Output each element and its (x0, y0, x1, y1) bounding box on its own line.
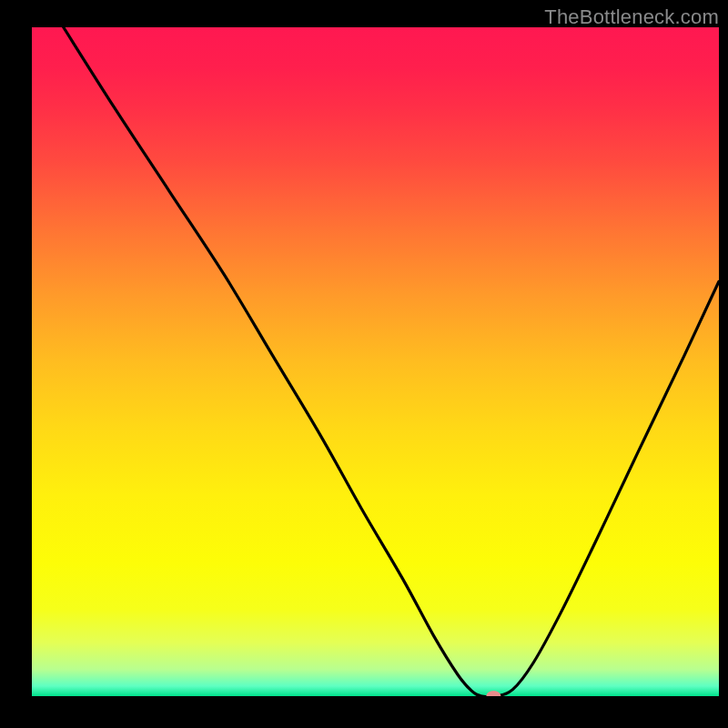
bottleneck-chart (0, 0, 728, 728)
chart-container: { "watermark": "TheBottleneck.com", "cha… (0, 0, 728, 728)
watermark-text: TheBottleneck.com (544, 5, 719, 29)
gradient-background (32, 27, 719, 696)
optimal-marker (486, 691, 500, 702)
